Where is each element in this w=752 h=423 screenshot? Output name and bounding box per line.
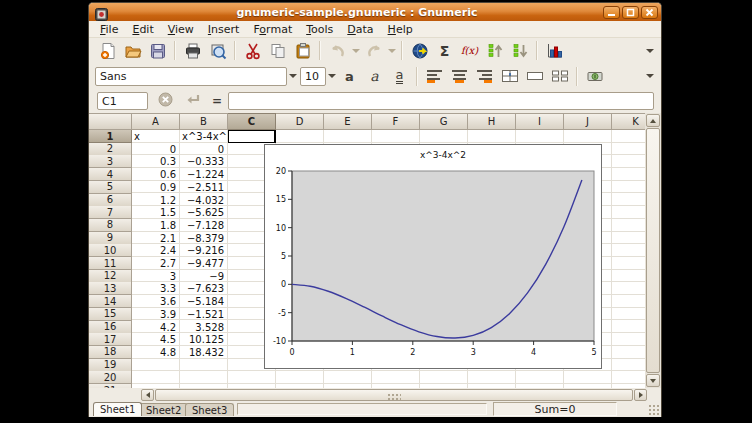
cell-B10[interactable]: −9.216 — [180, 245, 227, 257]
cell-A15[interactable]: 3.9 — [132, 309, 179, 321]
cell-A18[interactable]: 4.8 — [132, 347, 179, 359]
insert-chart-button[interactable] — [542, 40, 567, 62]
print-preview-button[interactable] — [205, 40, 230, 62]
row-header-4[interactable]: 4 — [89, 168, 132, 181]
cell-B4[interactable]: −1.224 — [180, 169, 227, 181]
font-name-select[interactable]: Sans — [95, 67, 287, 86]
equals-button[interactable]: = — [212, 94, 222, 108]
vertical-scrollbar[interactable] — [645, 113, 661, 388]
cell-reference-box[interactable]: C1 — [97, 92, 148, 110]
menu-item-file[interactable]: File — [93, 22, 125, 37]
cell-A7[interactable]: 1.5 — [132, 207, 179, 219]
selected-cell-outline[interactable] — [228, 130, 276, 143]
cell-B11[interactable]: −9.477 — [180, 258, 227, 270]
row-header-18[interactable]: 18 — [89, 346, 132, 359]
cell-A16[interactable]: 4.2 — [132, 322, 179, 334]
row-header-6[interactable]: 6 — [89, 194, 132, 207]
column-header-J[interactable]: J — [564, 113, 612, 130]
column-header-G[interactable]: G — [420, 113, 468, 130]
copy-button[interactable] — [265, 40, 290, 62]
cell-B7[interactable]: −5.625 — [180, 207, 227, 219]
bold-button[interactable]: a — [337, 65, 362, 87]
horizontal-scroll-thumb[interactable] — [155, 389, 633, 401]
scroll-right-button[interactable] — [634, 389, 647, 401]
italic-button[interactable]: a — [362, 65, 387, 87]
sort-ascending-button[interactable] — [482, 40, 507, 62]
cell-A4[interactable]: 0.6 — [132, 169, 179, 181]
redo-dropdown-button[interactable] — [386, 40, 397, 62]
cell-B5[interactable]: −2.511 — [180, 182, 227, 194]
row-header-17[interactable]: 17 — [89, 333, 132, 346]
cancel-edit-button[interactable] — [154, 91, 176, 111]
menu-item-data[interactable]: Data — [340, 22, 380, 37]
row-header-10[interactable]: 10 — [89, 244, 132, 257]
underline-button[interactable]: a — [387, 65, 412, 87]
font-name-dropdown-icon[interactable] — [287, 65, 298, 87]
menu-item-format[interactable]: Format — [246, 22, 299, 37]
sheet-tab-sheet3[interactable]: Sheet3 — [185, 403, 234, 416]
menu-item-edit[interactable]: Edit — [125, 22, 160, 37]
row-header-13[interactable]: 13 — [89, 282, 132, 295]
cell-A5[interactable]: 0.9 — [132, 182, 179, 194]
select-all-corner[interactable] — [89, 113, 132, 130]
split-cells-button[interactable] — [547, 65, 572, 87]
cell-B1[interactable]: x^3-4x^2 — [180, 131, 227, 143]
embedded-chart[interactable]: x^3-4x^220151050-5-10012345 — [264, 144, 602, 369]
row-header-12[interactable]: 12 — [89, 270, 132, 283]
cell-A1[interactable]: x — [132, 131, 179, 143]
row-header-5[interactable]: 5 — [89, 181, 132, 194]
cell-B12[interactable]: −9 — [180, 271, 227, 283]
align-right-button[interactable] — [472, 65, 497, 87]
titlebar[interactable]: gnumeric-sample.gnumeric : Gnumeric — [89, 3, 661, 21]
minimize-button[interactable] — [603, 6, 620, 19]
cell-A2[interactable]: 0 — [132, 144, 179, 156]
save-button[interactable] — [145, 40, 170, 62]
hyperlink-button[interactable] — [407, 40, 432, 62]
row-header-15[interactable]: 15 — [89, 308, 132, 321]
undo-button[interactable] — [325, 40, 350, 62]
paste-button[interactable] — [290, 40, 315, 62]
cell-B6[interactable]: −4.032 — [180, 195, 227, 207]
row-header-1[interactable]: 1 — [89, 130, 132, 143]
row-header-14[interactable]: 14 — [89, 295, 132, 308]
row-header-8[interactable]: 8 — [89, 219, 132, 232]
cut-button[interactable] — [240, 40, 265, 62]
vertical-scroll-thumb[interactable] — [646, 128, 660, 373]
close-button[interactable] — [641, 6, 658, 19]
formula-entry-field[interactable] — [228, 92, 654, 110]
column-header-B[interactable]: B — [180, 113, 228, 130]
cell-B13[interactable]: −7.623 — [180, 283, 227, 295]
cell-B2[interactable]: 0 — [180, 144, 227, 156]
scroll-up-button[interactable] — [646, 114, 660, 127]
cell-A8[interactable]: 1.8 — [132, 220, 179, 232]
sheet-tab-sheet2[interactable]: Sheet2 — [139, 403, 188, 416]
menu-item-help[interactable]: Help — [381, 22, 420, 37]
column-header-H[interactable]: H — [468, 113, 516, 130]
maximize-button[interactable] — [622, 6, 639, 19]
cell-A11[interactable]: 2.7 — [132, 258, 179, 270]
row-header-7[interactable]: 7 — [89, 206, 132, 219]
font-size-dropdown-icon[interactable] — [326, 65, 337, 87]
redo-button[interactable] — [361, 40, 386, 62]
toolbar-overflow-button[interactable] — [644, 40, 655, 62]
money-format-button[interactable] — [582, 65, 607, 87]
row-header-16[interactable]: 16 — [89, 321, 132, 334]
undo-dropdown-button[interactable] — [350, 40, 361, 62]
column-header-D[interactable]: D — [276, 113, 324, 130]
row-header-9[interactable]: 9 — [89, 232, 132, 245]
row-header-19[interactable]: 19 — [89, 359, 132, 372]
window-resize-grip[interactable] — [648, 404, 659, 415]
row-header-3[interactable]: 3 — [89, 155, 132, 168]
autosum-button[interactable]: Σ — [432, 40, 457, 62]
row-header-2[interactable]: 2 — [89, 143, 132, 156]
cell-B14[interactable]: −5.184 — [180, 296, 227, 308]
cell-B18[interactable]: 18.432 — [180, 347, 227, 359]
row-header-20[interactable]: 20 — [89, 371, 132, 384]
cell-B15[interactable]: −1.521 — [180, 309, 227, 321]
menu-item-tools[interactable]: Tools — [299, 22, 340, 37]
cell-A14[interactable]: 3.6 — [132, 296, 179, 308]
column-header-I[interactable]: I — [516, 113, 564, 130]
toolbar-overflow-button[interactable] — [644, 65, 655, 87]
column-header-E[interactable]: E — [324, 113, 372, 130]
cell-A9[interactable]: 2.1 — [132, 233, 179, 245]
